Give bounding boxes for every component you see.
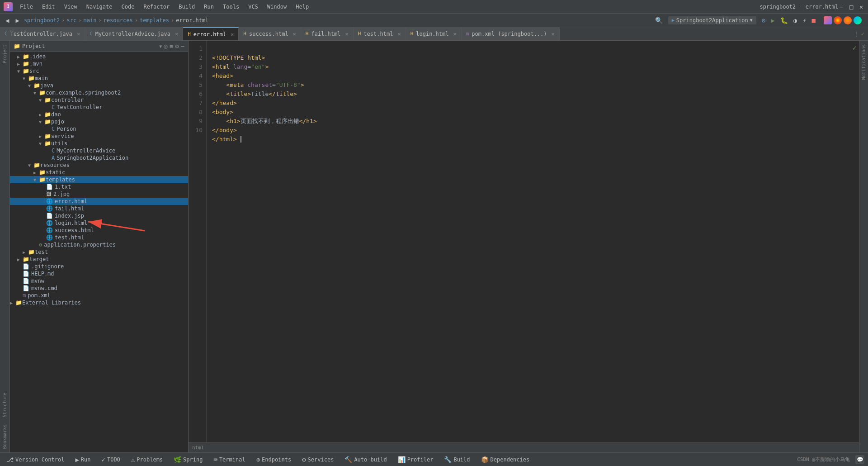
menu-tools[interactable]: Tools: [219, 3, 243, 11]
menu-vcs[interactable]: VCS: [245, 3, 262, 11]
menu-help[interactable]: Help: [292, 3, 312, 11]
forward-button[interactable]: ▶: [14, 16, 21, 25]
breadcrumb-project[interactable]: springboot2: [24, 17, 60, 24]
tab-testcontroller-close[interactable]: ✕: [77, 31, 80, 37]
services-button[interactable]: ⚙ Services: [299, 455, 336, 464]
run-panel-button[interactable]: ▶ Run: [72, 455, 93, 464]
tree-item-main[interactable]: ▼ 📁 main: [10, 75, 188, 82]
tree-item-appprops[interactable]: ▶ ⚙ application.properties: [10, 241, 188, 248]
firefox-icon[interactable]: [844, 16, 852, 24]
tree-item-1txt[interactable]: ▶ 📄 1.txt: [10, 183, 188, 190]
tree-item-indexjsp[interactable]: ▶ 📄 index.jsp: [10, 212, 188, 219]
tab-pomxml[interactable]: m pom.xml (springboot...) ✕: [462, 27, 560, 40]
tab-loginhtml-close[interactable]: ✕: [453, 31, 457, 37]
dependencies-button[interactable]: 📦 Dependencies: [478, 455, 533, 464]
tree-item-person[interactable]: ▶ C Person: [10, 125, 188, 133]
collapse-all-button[interactable]: ≡: [170, 43, 173, 50]
menu-run[interactable]: Run: [200, 3, 217, 11]
panel-settings-button[interactable]: ⚙: [175, 43, 179, 50]
problems-button[interactable]: ⚠ Problems: [128, 455, 165, 464]
menu-navigate[interactable]: Navigate: [83, 3, 116, 11]
tree-item-test[interactable]: ▶ 📁 test: [10, 248, 188, 256]
tree-item-dao[interactable]: ▶ 📁 dao: [10, 111, 188, 118]
tab-successhtml[interactable]: H success.html ✕: [239, 27, 301, 40]
tree-item-controller[interactable]: ▼ 📁 controller: [10, 96, 188, 104]
tree-item-utils[interactable]: ▼ 📁 utils: [10, 140, 188, 147]
version-control-button[interactable]: ⎇ Version Control: [4, 455, 67, 464]
maximize-button[interactable]: □: [848, 4, 854, 10]
menu-view[interactable]: View: [61, 3, 81, 11]
tab-mycontrolleradvice-close[interactable]: ✕: [175, 31, 178, 37]
menu-code[interactable]: Code: [118, 3, 138, 11]
build-button[interactable]: ⚙: [760, 16, 767, 25]
breadcrumb-main[interactable]: main: [84, 17, 97, 24]
tree-item-gitignore[interactable]: ▶ 📄 .gitignore: [10, 263, 188, 270]
menu-build[interactable]: Build: [175, 3, 198, 11]
tree-item-pomxml[interactable]: ▶ m pom.xml: [10, 292, 188, 299]
profiler-button[interactable]: 📊 Profiler: [395, 455, 436, 464]
structure-toggle[interactable]: Structure: [1, 389, 8, 421]
tree-item-com[interactable]: ▼ 📁 com.example.springboot2: [10, 89, 188, 96]
tree-item-helpmd[interactable]: ▶ 📄 HELP.md: [10, 270, 188, 277]
tree-item-static[interactable]: ▶ 📁 static: [10, 169, 188, 176]
minimize-button[interactable]: −: [838, 4, 844, 10]
stop-button[interactable]: ■: [810, 16, 817, 25]
profile-button[interactable]: ⚡: [801, 16, 808, 25]
tree-item-target[interactable]: ▶ 📁 target: [10, 256, 188, 263]
tree-item-springboot2app[interactable]: ▶ A Springboot2Application: [10, 154, 188, 162]
tab-failhtml[interactable]: H fail.html ✕: [301, 27, 354, 40]
menu-window[interactable]: Window: [264, 3, 290, 11]
debug-button[interactable]: 🐛: [778, 16, 790, 25]
panel-minimize-button[interactable]: −: [181, 43, 184, 50]
tree-item-2jpg[interactable]: ▶ 🖼 2.jpg: [10, 190, 188, 198]
tree-item-mvnw[interactable]: ▶ 📄 mvnw: [10, 277, 188, 285]
close-button[interactable]: ✕: [858, 4, 864, 10]
tab-successhtml-close[interactable]: ✕: [293, 31, 296, 37]
tree-item-successhtml[interactable]: ▶ 🌐 success.html: [10, 227, 188, 234]
tree-item-errorhtml[interactable]: ▶ 🌐 error.html: [10, 198, 188, 205]
tree-item-pojo[interactable]: ▼ 📁 pojo: [10, 118, 188, 125]
tree-item-mvn[interactable]: ▶ 📁 .mvn: [10, 60, 188, 67]
search-everywhere-button[interactable]: 🔍: [653, 16, 665, 25]
endpoints-button[interactable]: ⊕ Endpoints: [254, 455, 294, 464]
locate-file-button[interactable]: ◎: [164, 43, 167, 50]
menu-refactor[interactable]: Refactor: [140, 3, 173, 11]
tab-loginhtml[interactable]: H login.html ✕: [406, 27, 462, 40]
bookmarks-toggle[interactable]: Bookmarks: [1, 421, 8, 452]
spring-button[interactable]: 🌿 Spring: [171, 455, 205, 464]
tab-mycontrolleradvice[interactable]: C MyControllerAdvice.java ✕: [85, 27, 183, 40]
tree-item-service[interactable]: ▶ 📁 service: [10, 133, 188, 140]
breadcrumb-src[interactable]: src: [67, 17, 77, 24]
tab-pomxml-close[interactable]: ✕: [552, 31, 555, 37]
feedback-button[interactable]: 💬: [855, 455, 864, 464]
auto-build-button[interactable]: 🔨 Auto-build: [342, 455, 389, 464]
tab-testhtml[interactable]: H test.html ✕: [354, 27, 406, 40]
tree-item-mvnwcmd[interactable]: ▶ 📄 mvnw.cmd: [10, 285, 188, 292]
tab-errorhtml-close[interactable]: ✕: [231, 31, 234, 38]
breadcrumb-templates[interactable]: templates: [140, 17, 169, 24]
run-button[interactable]: ▶: [769, 16, 776, 25]
menu-file[interactable]: File: [16, 3, 37, 11]
run-configuration[interactable]: ▶ Springboot2Application ▼: [668, 16, 756, 24]
safari-icon[interactable]: [854, 16, 862, 24]
tab-testcontroller[interactable]: C TestController.java ✕: [0, 27, 85, 40]
terminal-button[interactable]: ⌨ Terminal: [211, 455, 248, 464]
tree-item-resources[interactable]: ▼ 📁 resources: [10, 162, 188, 169]
tab-errorhtml[interactable]: H error.html ✕: [183, 27, 239, 40]
todo-button[interactable]: ✓ TODO: [99, 455, 123, 464]
notifications-toggle[interactable]: Notifications: [860, 41, 867, 83]
menu-edit[interactable]: Edit: [38, 3, 59, 11]
tree-item-extlibs[interactable]: ▶ 📁 External Libraries: [10, 299, 188, 306]
tree-item-loginhtml[interactable]: ▶ 🌐 login.html: [10, 219, 188, 227]
tab-testhtml-close[interactable]: ✕: [397, 31, 401, 37]
tree-item-src[interactable]: ▼ 📁 src: [10, 67, 188, 75]
tab-menu-button[interactable]: ⋮: [854, 31, 859, 37]
tree-item-idea[interactable]: ▶ 📁 .idea: [10, 53, 188, 60]
build-panel-button[interactable]: 🔧 Build: [441, 455, 472, 464]
tab-failhtml-close[interactable]: ✕: [345, 31, 349, 37]
tree-item-java[interactable]: ▼ 📁 java: [10, 82, 188, 89]
chrome-icon[interactable]: [834, 16, 842, 24]
tree-item-failhtml[interactable]: ▶ 🌐 fail.html: [10, 205, 188, 212]
tree-item-testhtml[interactable]: ▶ 🌐 test.html: [10, 234, 188, 241]
project-panel-toggle[interactable]: Project: [1, 41, 8, 67]
